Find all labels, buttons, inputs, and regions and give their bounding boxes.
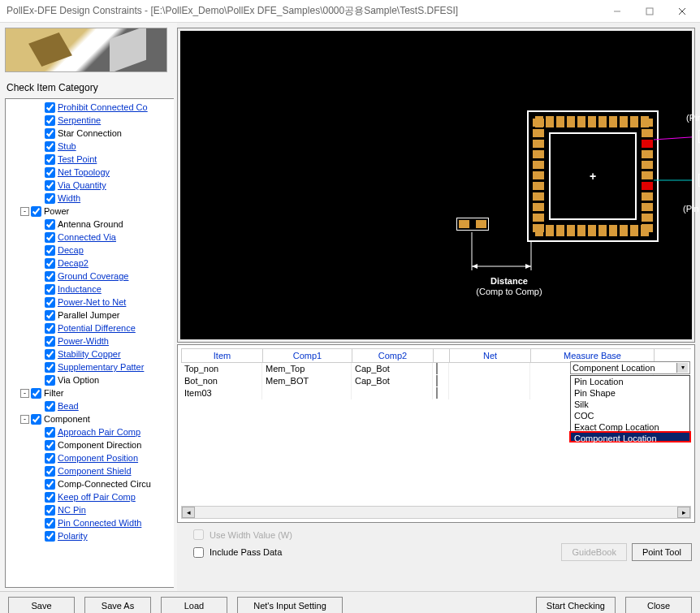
measure-base-dropdown[interactable]: Pin LocationPin ShapeSilkCOCExact Comp L… — [570, 375, 690, 442]
tree-item[interactable]: -Component — [6, 412, 174, 425]
tree-checkbox[interactable] — [45, 245, 55, 256]
tree-label[interactable]: Bead — [58, 401, 79, 411]
tree-checkbox[interactable] — [45, 427, 55, 438]
tree-checkbox[interactable] — [45, 362, 55, 373]
tree-checkbox[interactable] — [45, 505, 55, 516]
tree-label[interactable]: Potential Difference — [58, 323, 136, 333]
tree-label[interactable]: Comp-Connected Circu — [58, 479, 151, 489]
tree-label[interactable]: Component — [44, 414, 90, 424]
tree-item[interactable]: Bead — [6, 399, 174, 412]
maximize-button[interactable] — [633, 1, 666, 22]
tree-checkbox[interactable] — [45, 284, 55, 295]
tree-checkbox[interactable] — [31, 414, 41, 425]
tree-label[interactable]: Via Option — [58, 375, 99, 385]
use-width-checkbox[interactable]: Use Width Value (W) — [193, 529, 292, 540]
close-button[interactable] — [666, 1, 698, 22]
scroll-right-icon[interactable]: ▸ — [677, 507, 690, 518]
tree-item[interactable]: Parallel Jumper — [6, 309, 174, 322]
expand-icon[interactable]: - — [20, 415, 29, 424]
tree-checkbox[interactable] — [45, 154, 55, 165]
tree-item[interactable]: Stub — [6, 140, 174, 153]
tree-label[interactable]: Power — [44, 206, 69, 216]
tree-checkbox[interactable] — [31, 206, 41, 217]
tree-checkbox[interactable] — [45, 271, 55, 282]
tree-label[interactable]: Component Direction — [58, 440, 141, 450]
tree-item[interactable]: Approach Pair Comp — [6, 425, 174, 438]
tree-checkbox[interactable] — [45, 167, 55, 178]
tree-item[interactable]: Power-Net to Net — [6, 296, 174, 309]
tree-label[interactable]: Component Position — [58, 453, 138, 463]
tree-checkbox[interactable] — [45, 258, 55, 269]
tree-item[interactable]: Decap2 — [6, 257, 174, 270]
tree-checkbox[interactable] — [45, 232, 55, 243]
tree-item[interactable]: NC Pin — [6, 503, 174, 516]
tree-label[interactable]: Serpentine — [58, 115, 101, 125]
tree-label[interactable]: Supplementary Patter — [58, 362, 144, 372]
tree-label[interactable]: Parallel Jumper — [58, 310, 119, 320]
tree-label[interactable]: Antenna Ground — [58, 219, 123, 229]
tree-item[interactable]: Component Position — [6, 451, 174, 464]
minimize-button[interactable] — [601, 1, 633, 22]
tree-item[interactable]: Pin Connected Width — [6, 516, 174, 529]
tree-label[interactable]: Prohibit Connected Co — [58, 102, 148, 112]
tree-checkbox[interactable] — [45, 375, 55, 386]
col-comp2[interactable]: Comp2 — [352, 349, 434, 363]
tree-label[interactable]: Inductance — [58, 284, 102, 294]
tree-label[interactable]: Stub — [58, 141, 76, 151]
tree-label[interactable]: Star Connection — [58, 128, 122, 138]
tree-checkbox[interactable] — [45, 297, 55, 308]
tree-item[interactable]: -Filter — [6, 386, 174, 399]
tree-checkbox[interactable] — [45, 336, 55, 347]
dropdown-option[interactable]: Pin Location — [571, 376, 689, 387]
tree-item[interactable]: Stability Copper — [6, 348, 174, 360]
tree-checkbox[interactable] — [45, 466, 55, 477]
tree-checkbox[interactable] — [45, 180, 55, 191]
col-check[interactable] — [434, 349, 450, 363]
expand-icon[interactable]: - — [20, 207, 29, 216]
tree-item[interactable]: Ground Coverage — [6, 270, 174, 283]
tree-checkbox[interactable] — [45, 141, 55, 152]
tree-item[interactable]: Prohibit Connected Co — [6, 101, 174, 114]
tree-checkbox[interactable] — [45, 453, 55, 464]
tree-checkbox[interactable] — [45, 401, 55, 412]
tree-label[interactable]: Component Shield — [58, 466, 132, 476]
save-button[interactable]: Save — [8, 597, 75, 613]
tree-item[interactable]: Power-Width — [6, 335, 174, 348]
tree-item[interactable]: Supplementary Patter — [6, 360, 174, 373]
tree-checkbox[interactable] — [45, 479, 55, 490]
tree-checkbox[interactable] — [45, 518, 55, 529]
start-checking-button[interactable]: Start Checking — [536, 597, 616, 613]
tree-label[interactable]: Ground Coverage — [58, 271, 128, 281]
tree-label[interactable]: Filter — [44, 388, 63, 398]
scroll-left-icon[interactable]: ◂ — [182, 507, 195, 518]
tree-label[interactable]: Stability Copper — [58, 349, 121, 359]
tree-checkbox[interactable] — [45, 531, 55, 542]
col-comp1[interactable]: Comp1 — [263, 349, 352, 363]
tree-checkbox[interactable] — [45, 440, 55, 451]
tree-checkbox[interactable] — [45, 349, 55, 360]
tree-item[interactable]: Star Connection — [6, 127, 174, 140]
tree-item[interactable]: Decap — [6, 244, 174, 257]
tree-label[interactable]: Via Quantity — [58, 180, 106, 190]
tree-label[interactable]: NC Pin — [58, 505, 86, 515]
tree-checkbox[interactable] — [45, 310, 55, 321]
tree-item[interactable]: Via Option — [6, 373, 174, 386]
tree-item[interactable]: Serpentine — [6, 114, 174, 127]
include-pass-checkbox[interactable]: Include Pass Data — [193, 547, 282, 558]
guidebook-button[interactable]: GuideBook — [561, 543, 626, 561]
col-item[interactable]: Item — [182, 349, 263, 363]
tree-label[interactable]: Power-Width — [58, 336, 109, 346]
tree-label[interactable]: Power-Net to Net — [58, 297, 126, 307]
tree-item[interactable]: Via Quantity — [6, 179, 174, 192]
tree-label[interactable]: Decap2 — [58, 258, 89, 268]
tree-checkbox[interactable] — [45, 102, 55, 113]
tree-checkbox[interactable] — [45, 115, 55, 126]
tree-label[interactable]: Polarity — [58, 531, 88, 541]
expand-icon[interactable]: - — [20, 389, 29, 398]
tree-item[interactable]: Connected Via — [6, 231, 174, 244]
tree-item[interactable]: Component Shield — [6, 464, 174, 477]
dropdown-option[interactable]: Pin Shape — [571, 387, 689, 399]
col-net[interactable]: Net — [450, 349, 531, 363]
load-button[interactable]: Load — [161, 597, 227, 613]
tree-item[interactable]: Inductance — [6, 283, 174, 296]
